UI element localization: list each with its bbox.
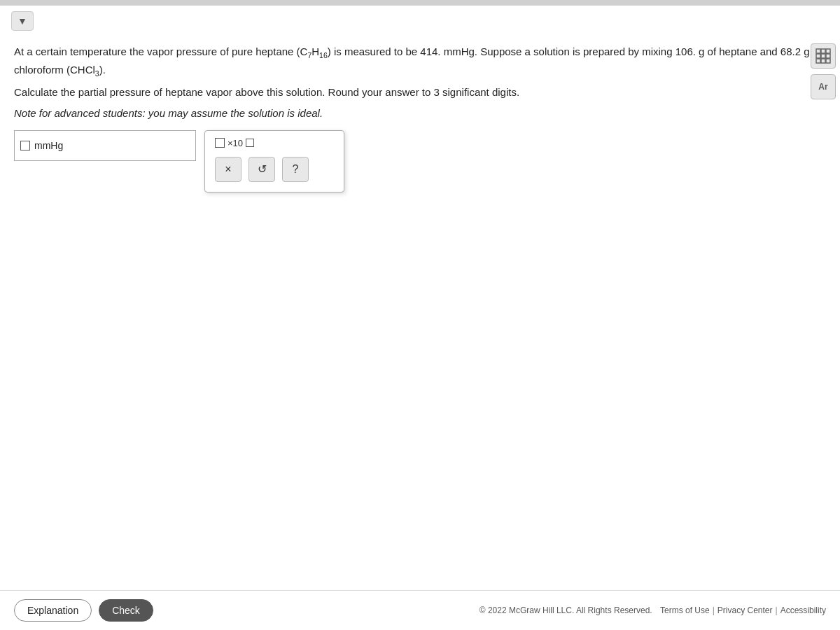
question-line4: Note for advanced students: you may assu… (14, 105, 826, 122)
popup-x10-label: ×10 (227, 138, 243, 148)
cross-icon: × (225, 163, 231, 176)
separator2: | (776, 606, 778, 615)
ar-label: Ar (818, 82, 827, 92)
help-button[interactable]: ? (282, 157, 309, 182)
question-line3: Calculate the partial pressure of heptan… (14, 84, 826, 101)
chevron-down-button[interactable]: ▼ (11, 11, 34, 31)
question-line1: At a certain temperature the vapor press… (14, 43, 826, 80)
svg-rect-8 (826, 59, 830, 63)
svg-rect-5 (826, 54, 830, 58)
popup-checkbox-icon (215, 138, 225, 148)
chevron-area: ▼ (0, 6, 840, 36)
top-bar (0, 0, 840, 6)
terms-of-use-link[interactable]: Terms of Use (660, 606, 710, 615)
popup-buttons: × ↺ ? (215, 157, 334, 182)
bottom-bar: Explanation Check © 2022 McGraw Hill LLC… (0, 590, 840, 630)
periodic-table-icon (816, 48, 831, 64)
explanation-button[interactable]: Explanation (14, 599, 92, 622)
popup-top: ×10 (215, 138, 334, 148)
svg-rect-1 (821, 49, 825, 53)
undo-button[interactable]: ↺ (248, 157, 275, 182)
cross-button[interactable]: × (215, 157, 241, 182)
bottom-left-buttons: Explanation Check (14, 599, 153, 622)
chevron-down-icon: ▼ (18, 15, 27, 27)
main-container: ▼ At a certain temperature the vapor pre… (0, 0, 840, 630)
right-sidebar: Ar (811, 43, 836, 99)
privacy-center-link[interactable]: Privacy Center (718, 606, 773, 615)
content-area: At a certain temperature the vapor press… (0, 36, 840, 590)
answer-row: mmHg ×10 × ↺ ? (14, 130, 826, 192)
answer-input-container[interactable]: mmHg (14, 130, 196, 161)
popup-sup-box (246, 139, 254, 147)
svg-rect-7 (821, 59, 825, 63)
notation-popup: ×10 × ↺ ? (204, 130, 344, 192)
help-icon: ? (293, 163, 299, 176)
undo-icon: ↺ (258, 162, 267, 176)
svg-rect-0 (816, 49, 820, 53)
periodic-table-button[interactable] (811, 43, 836, 69)
copyright-text: © 2022 McGraw Hill LLC. All Rights Reser… (479, 606, 652, 615)
svg-rect-2 (826, 49, 830, 53)
separator1: | (713, 606, 715, 615)
svg-rect-3 (816, 54, 820, 58)
input-checkbox-icon (20, 141, 30, 150)
question-text: At a certain temperature the vapor press… (14, 43, 826, 122)
check-button[interactable]: Check (99, 599, 153, 622)
svg-rect-6 (816, 59, 820, 63)
svg-rect-4 (821, 54, 825, 58)
accessibility-link[interactable]: Accessibility (780, 606, 826, 615)
footer-links: © 2022 McGraw Hill LLC. All Rights Reser… (479, 606, 826, 615)
element-ar-button[interactable]: Ar (811, 74, 836, 99)
unit-label: mmHg (34, 140, 63, 151)
